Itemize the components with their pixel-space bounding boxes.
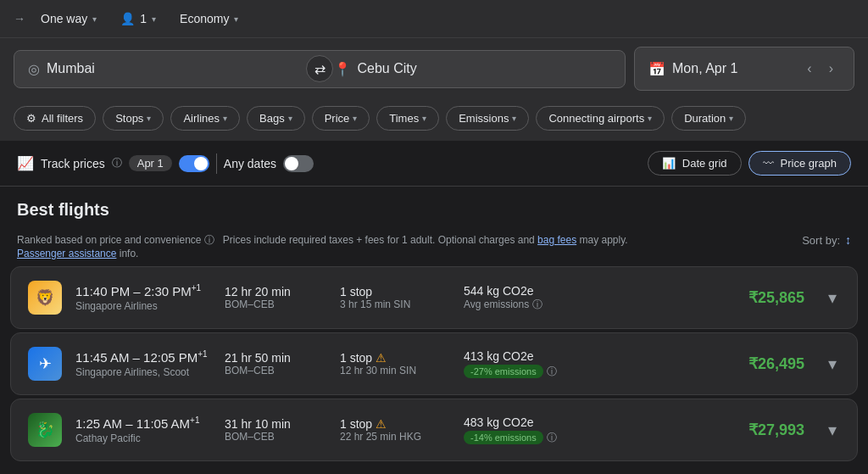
emissions-filter-button[interactable]: Emissions ▾ — [446, 106, 529, 131]
flight-card[interactable]: 🐉 1:25 AM – 11:05 AM+1 Cathay Pacific 31… — [10, 399, 858, 461]
sort-button[interactable]: ↕ — [845, 233, 851, 247]
duration-value: 31 hr 10 min — [225, 417, 326, 431]
flights-list: 🦁 11:40 PM – 2:30 PM+1 Singapore Airline… — [0, 266, 868, 461]
class-chevron-icon: ▾ — [234, 14, 238, 24]
airlines-filter-button[interactable]: Airlines ▾ — [170, 106, 240, 131]
price-value: ₹27,993 — [748, 421, 804, 439]
flight-price: ₹25,865 — [748, 288, 804, 307]
date-prev-button[interactable]: ‹ — [800, 58, 818, 80]
track-prices-toggle[interactable] — [179, 155, 209, 172]
emission-value: 413 kg CO2e — [464, 349, 582, 363]
arrow-right-icon: → — [14, 12, 25, 25]
flight-airline-name: Cathay Pacific — [75, 432, 211, 444]
destination-field[interactable]: 📍 Cebu City — [320, 51, 626, 87]
stop-count: 1 stop — [340, 285, 450, 298]
best-flights-title: Best flights — [17, 200, 851, 220]
any-dates-section: Any dates — [224, 155, 314, 172]
connecting-airports-filter-button[interactable]: Connecting airports ▾ — [536, 106, 665, 131]
toggle-knob — [194, 157, 208, 170]
times-filter-button[interactable]: Times ▾ — [376, 106, 439, 131]
stop-detail: 22 hr 25 min HKG — [340, 431, 450, 443]
emissions-info-icon[interactable]: ⓘ — [532, 298, 542, 312]
any-dates-toggle[interactable] — [283, 155, 314, 172]
emissions-filter-label: Emissions — [459, 112, 509, 125]
flight-duration: 21 hr 50 min BOM–CEB — [225, 351, 326, 376]
price-filter-button[interactable]: Price ▾ — [312, 106, 370, 131]
bags-filter-button[interactable]: Bags ▾ — [247, 106, 305, 131]
expand-flight-button[interactable]: ▾ — [825, 416, 840, 443]
origin-value: Mumbai — [47, 61, 95, 76]
flight-duration: 31 hr 10 min BOM–CEB — [225, 417, 326, 443]
airline-logo: ✈ — [28, 347, 62, 381]
flight-card[interactable]: 🦁 11:40 PM – 2:30 PM+1 Singapore Airline… — [10, 266, 858, 329]
track-prices-info-icon[interactable]: ⓘ — [112, 156, 122, 170]
expand-flight-button[interactable]: ▾ — [825, 350, 840, 377]
date-grid-button[interactable]: 📊 Date grid — [648, 151, 742, 176]
flight-route: BOM–CEB — [225, 431, 326, 443]
singapore-airlines-icon: 🦁 — [36, 288, 54, 307]
flight-price: ₹26,495 — [748, 354, 804, 373]
best-flights-header: Best flights — [0, 187, 868, 230]
bags-filter-label: Bags — [259, 112, 285, 125]
bags-chevron-icon: ▾ — [288, 114, 292, 123]
class-button[interactable]: Economy ▾ — [171, 7, 247, 31]
scoot-airlines-icon: ✈ — [39, 354, 52, 373]
airline-logo: 🐉 — [28, 413, 62, 447]
origin-circle-icon: ◎ — [28, 61, 40, 77]
time-range-value: 1:25 AM – 11:05 AM — [75, 416, 190, 431]
stop-warning-icon: ⚠ — [376, 417, 387, 431]
swap-button[interactable]: ⇄ — [306, 55, 333, 82]
passengers-label: 1 — [140, 12, 147, 25]
destination-pin-icon: 📍 — [334, 61, 351, 77]
emissions-info-icon[interactable]: ⓘ — [547, 365, 557, 379]
times-filter-label: Times — [389, 112, 419, 125]
passengers-button[interactable]: 👤 1 ▾ — [112, 7, 164, 31]
flight-time-range: 11:40 PM – 2:30 PM+1 — [75, 283, 211, 298]
main-content: 📈 Track prices ⓘ Apr 1 Any dates 📊 Date … — [0, 141, 868, 461]
stops-filter-button[interactable]: Stops ▾ — [103, 106, 164, 131]
stop-warning-icon: ⚠ — [376, 351, 387, 365]
bag-fees-link[interactable]: bag fees — [537, 234, 576, 246]
flight-airline-name: Singapore Airlines — [75, 300, 211, 312]
duration-value: 12 hr 20 min — [225, 285, 326, 298]
swap-icon: ⇄ — [314, 61, 326, 77]
flight-route: BOM–CEB — [225, 298, 326, 310]
duration-filter-button[interactable]: Duration ▾ — [671, 106, 746, 131]
flight-emissions: 544 kg CO2e Avg emissions ⓘ — [464, 284, 582, 312]
all-filters-label: All filters — [42, 112, 83, 125]
origin-field[interactable]: ◎ Mumbai — [14, 51, 320, 87]
info-icon-ranked[interactable]: ⓘ — [204, 234, 214, 246]
passenger-assistance-link[interactable]: Passenger assistance — [17, 248, 116, 259]
emission-badge: -27% emissions — [464, 365, 543, 378]
price-graph-button[interactable]: 〰 Price graph — [748, 151, 851, 176]
time-suffix: +1 — [190, 415, 199, 425]
airlines-filter-label: Airlines — [183, 112, 220, 125]
expand-flight-button[interactable]: ▾ — [825, 284, 840, 311]
track-prices-right: 📊 Date grid 〰 Price graph — [648, 151, 851, 176]
price-graph-label: Price graph — [781, 157, 837, 170]
calendar-icon: 📅 — [648, 61, 665, 77]
track-divider — [216, 153, 217, 174]
origin-destination-fields[interactable]: ◎ Mumbai ⇄ 📍 Cebu City — [14, 50, 626, 88]
time-suffix: +1 — [198, 349, 207, 359]
emission-value: 544 kg CO2e — [464, 284, 582, 298]
date-field[interactable]: 📅 Mon, Apr 1 ‹ › — [634, 47, 854, 91]
emission-badge: -14% emissions — [464, 431, 543, 444]
ranked-text: Ranked based on price and convenience — [17, 234, 202, 246]
duration-value: 21 hr 50 min — [225, 351, 326, 365]
flight-card[interactable]: ✈ 11:45 AM – 12:05 PM+1 Singapore Airlin… — [10, 332, 858, 395]
top-bar: → One way ▾ 👤 1 ▾ Economy ▾ — [0, 0, 868, 38]
flight-stops: 1 stop ⚠ 12 hr 30 min SIN — [340, 351, 450, 376]
emissions-info-icon[interactable]: ⓘ — [547, 431, 557, 445]
trip-type-button[interactable]: One way ▾ — [32, 7, 105, 31]
all-filters-button[interactable]: ⚙ All filters — [14, 106, 96, 131]
stop-count: 1 stop ⚠ — [340, 417, 450, 431]
track-date-badge: Apr 1 — [129, 155, 172, 171]
flight-price: ₹27,993 — [748, 421, 804, 439]
flight-stops: 1 stop 3 hr 15 min SIN — [340, 285, 450, 310]
stop-detail: 12 hr 30 min SIN — [340, 365, 450, 376]
date-next-button[interactable]: › — [822, 58, 840, 80]
emissions-chevron-icon: ▾ — [512, 114, 516, 123]
stop-count: 1 stop ⚠ — [340, 351, 450, 365]
flight-time-range: 11:45 AM – 12:05 PM+1 — [75, 349, 211, 365]
